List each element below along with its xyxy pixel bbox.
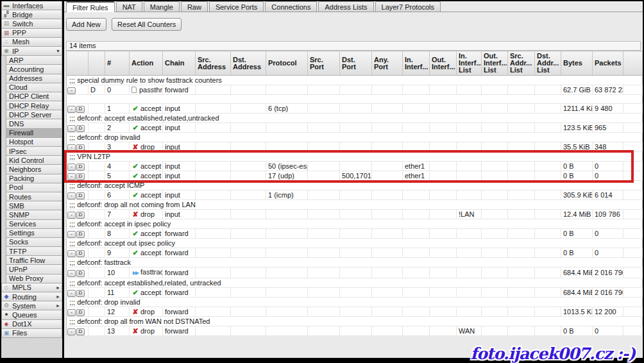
sidebar-item-cloud[interactable]: Cloud	[6, 83, 62, 92]
sidebar-item-socks[interactable]: Socks	[6, 237, 62, 247]
sidebar-item-queues[interactable]: ●Queues	[1, 310, 62, 319]
sidebar-item-hotspot[interactable]: Hotspot	[6, 137, 62, 147]
sidebar-item-routes[interactable]: Routes	[6, 192, 62, 201]
disable-rule-button[interactable]: -	[67, 212, 76, 219]
sidebar-item-upnp[interactable]: UPnP	[6, 264, 62, 274]
comment-row[interactable]: ;;; defconf: drop invalid	[67, 133, 643, 142]
sidebar-item-ip[interactable]: ◉IP▼	[1, 46, 62, 56]
d-flag-button[interactable]: D	[76, 250, 85, 257]
d-flag-button[interactable]: D	[76, 164, 85, 171]
rule-row-0[interactable]: -D0passthroforward62.7 GiB63 872 234	[67, 85, 643, 95]
d-flag-button[interactable]: D	[76, 270, 85, 277]
col-header-dst_port[interactable]: Dst. Port	[340, 51, 372, 76]
sidebar-item-addresses[interactable]: Addresses	[6, 74, 62, 83]
tab-mangle[interactable]: Mangle	[144, 1, 180, 12]
disable-rule-button[interactable]: -	[67, 250, 76, 257]
tab-filter-rules[interactable]: Filter Rules	[66, 1, 115, 12]
col-header-num[interactable]: #	[105, 51, 130, 76]
sidebar-item-ipsec[interactable]: IPsec	[6, 146, 62, 156]
sidebar-item-snmp[interactable]: SNMP	[6, 210, 62, 219]
comment-row[interactable]: ;;; VPN L2TP	[67, 152, 643, 162]
col-header-out_interface_list[interactable]: Out. Interf... List	[482, 51, 508, 76]
sidebar-item-accounting[interactable]: Accounting	[6, 64, 62, 74]
sidebar-item-mpls[interactable]: ◇MPLS►	[1, 283, 62, 292]
spacer-row[interactable]	[67, 95, 643, 104]
rule-row-4[interactable]: -D4✔acceptinput50 (ipsec-esp)ether10 B0	[67, 162, 643, 171]
sidebar-item-dhcp-relay[interactable]: DHCP Relay	[6, 101, 62, 110]
col-header-protocol[interactable]: Protocol	[266, 51, 308, 76]
d-flag-button[interactable]: D	[76, 192, 85, 199]
disable-rule-button[interactable]: -	[67, 328, 76, 335]
comment-row[interactable]: ;;; defconf: drop invalid	[67, 298, 643, 307]
sidebar-item-dot1x[interactable]: ◈Dot1X	[1, 319, 62, 329]
col-header-out_interface[interactable]: Out. Interf...	[430, 51, 457, 76]
rule-row-7[interactable]: -D7✘dropinput!LAN12.4 MiB109 786	[67, 210, 643, 219]
sidebar-item-neighbors[interactable]: Neighbors	[6, 164, 62, 174]
tab-address-lists[interactable]: Address Lists	[318, 1, 373, 12]
comment-row[interactable]: ;;; defconf: accept in ipsec policy	[67, 219, 643, 229]
sidebar-item-smb[interactable]: SMB	[6, 201, 62, 210]
col-header-any_port[interactable]: Any. Port	[372, 51, 403, 76]
d-flag-button[interactable]: D	[76, 231, 85, 238]
comment-row[interactable]: ;;; defconf: drop all from WAN not DSTNA…	[67, 317, 643, 326]
col-header-chain[interactable]: Chain	[163, 51, 196, 76]
sidebar-item-web-proxy[interactable]: Web Proxy	[6, 274, 62, 283]
sidebar-item-dhcp-server[interactable]: DHCP Server	[6, 110, 62, 119]
comment-row[interactable]: ;;; defconf: fasttrack	[67, 258, 643, 267]
tab-connections[interactable]: Connections	[265, 1, 317, 12]
sidebar-item-pool[interactable]: Pool	[6, 183, 62, 192]
comment-row[interactable]: ;;; defconf: accept established,related,…	[67, 114, 643, 123]
disable-rule-button[interactable]: -	[67, 231, 76, 238]
sidebar-item-files[interactable]: ▣Files	[1, 328, 62, 338]
d-flag-button[interactable]: D	[76, 144, 85, 151]
col-header-action[interactable]: Action	[130, 51, 163, 76]
sidebar-item-tftp[interactable]: TFTP	[6, 246, 62, 256]
disable-rule-button[interactable]: -	[67, 87, 76, 94]
col-header-src_address_list[interactable]: Src. Addr... List	[508, 51, 535, 76]
rule-row-11[interactable]: -D11✔acceptforward684.4 MiB2 016 790	[67, 288, 643, 298]
col-header-flag[interactable]	[89, 51, 105, 76]
sidebar-item-packing[interactable]: Packing	[6, 174, 62, 183]
sidebar-item-bridge[interactable]: ▞Bridge	[1, 10, 62, 19]
rule-row-13[interactable]: -D13✘dropforwardWAN0 B0	[67, 326, 643, 336]
sidebar-item-switch[interactable]: ▤Switch	[1, 19, 62, 28]
col-header-packets[interactable]: Packets	[593, 51, 623, 76]
rule-row-2[interactable]: -D2✔acceptinput123.5 KiB965	[67, 123, 643, 133]
sidebar-item-settings[interactable]: Settings	[6, 228, 62, 238]
d-flag-button[interactable]: D	[76, 309, 85, 316]
tab-nat[interactable]: NAT	[116, 1, 142, 12]
sidebar-item-ppp[interactable]: ▦PPP	[1, 28, 62, 38]
disable-rule-button[interactable]: -	[67, 125, 76, 132]
reset-all-counters-button[interactable]: Reset All Counters	[112, 18, 182, 31]
sidebar-item-mesh[interactable]: ∴Mesh	[1, 37, 62, 47]
sidebar-item-interfaces[interactable]: ▬Interfaces	[1, 1, 62, 10]
comment-row[interactable]: ;;; defconf: accept out ipsec policy	[67, 239, 643, 248]
col-header-in_interface[interactable]: In. Interf...	[403, 51, 430, 76]
col-header-buttons[interactable]	[67, 51, 89, 76]
d-flag-button[interactable]: D	[76, 173, 85, 180]
col-header-src_port[interactable]: Src. Port	[308, 51, 340, 76]
tab-layer7-protocols[interactable]: Layer7 Protocols	[375, 1, 441, 12]
disable-rule-button[interactable]: -	[67, 309, 76, 316]
d-flag-button[interactable]: D	[76, 212, 85, 219]
d-flag-button[interactable]: D	[76, 290, 85, 297]
d-flag-button[interactable]: D	[76, 328, 85, 335]
col-header-dst_address_list[interactable]: Dst. Addr... List	[535, 51, 561, 76]
rule-row-1[interactable]: -D1✔acceptinput6 (tcp)1211.4 KiB9 480	[67, 104, 643, 114]
tab-service-ports[interactable]: Service Ports	[209, 1, 264, 12]
disable-rule-button[interactable]: -	[67, 164, 76, 171]
d-flag-button[interactable]: D	[76, 106, 85, 113]
sidebar-item-arp[interactable]: ARP	[6, 55, 62, 65]
sidebar-item-kid-control[interactable]: Kid Control	[6, 155, 62, 165]
comment-row[interactable]: ;;; special dummy rule to show fasttrack…	[67, 76, 643, 85]
rule-row-8[interactable]: -D8✔acceptforward0 B0	[67, 229, 643, 239]
sidebar-item-routing[interactable]: ◆Routing►	[1, 292, 62, 301]
disable-rule-button[interactable]: -	[67, 106, 76, 113]
disable-rule-button[interactable]: -	[67, 173, 76, 180]
sidebar-item-system[interactable]: ⚙System►	[1, 301, 62, 310]
comment-row[interactable]: ;;; defconf: drop all not coming from LA…	[67, 200, 643, 210]
rule-row-3[interactable]: -D3✘dropinput35.5 KiB348	[67, 142, 643, 152]
rule-row-5[interactable]: -D5✔acceptinput17 (udp)500,1701,4ether10…	[67, 171, 643, 181]
sidebar-item-dns[interactable]: DNS	[6, 119, 62, 128]
col-header-spare[interactable]	[623, 51, 643, 76]
